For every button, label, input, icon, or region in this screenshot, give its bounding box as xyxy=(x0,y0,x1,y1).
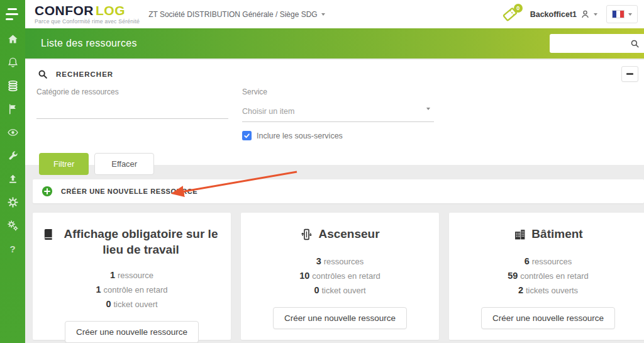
service-label: Service xyxy=(242,87,434,96)
stat-open-tickets: 0ticket ouvert xyxy=(42,299,222,309)
card-title-text: Bâtiment xyxy=(531,227,582,242)
global-search-box xyxy=(550,34,644,53)
stat-late-controls: 1contrôle en retard xyxy=(42,284,222,295)
hamburger-menu-icon[interactable] xyxy=(0,0,25,28)
logo-tagline: Parce que Conformité rime avec Sérénité xyxy=(35,19,140,25)
card-ascenseur: Ascenseur 3ressources 10contrôles en ret… xyxy=(241,213,439,340)
database-icon[interactable] xyxy=(6,79,19,93)
logo-text-log: LOG xyxy=(96,3,125,18)
language-selector[interactable] xyxy=(606,5,638,23)
chevron-down-icon xyxy=(426,108,430,110)
card-title-text: Affichage obligatoire sur le lieu de tra… xyxy=(60,227,222,257)
stat-open-tickets: 0ticket ouvert xyxy=(250,285,430,295)
create-resource-button[interactable]: Créer une nouvelle ressource xyxy=(481,307,615,329)
stat-open-tickets: 2tickets ouverts xyxy=(458,285,638,295)
stat-late-controls: 59contrôles en retard xyxy=(458,271,638,281)
chevron-down-icon xyxy=(594,13,597,16)
include-subservices-checkbox[interactable] xyxy=(242,131,252,140)
search-filter-panel: RECHERCHER Catégorie de ressources Servi… xyxy=(25,60,644,165)
card-batiment: Bâtiment 6ressources 59contrôles en reta… xyxy=(449,213,644,340)
company-selector[interactable]: ZT Société DISTRIBUTION Générale / Siège… xyxy=(148,10,325,19)
create-resource-bar[interactable]: CRÉER UNE NOUVELLE RESSOURCE xyxy=(33,179,644,203)
panel-title: RECHERCHER xyxy=(56,70,113,78)
user-icon xyxy=(580,9,591,20)
clear-button[interactable]: Effacer xyxy=(94,153,154,175)
card-title-text: Ascenseur xyxy=(318,227,379,242)
username-label: Backofficet1 xyxy=(530,10,577,19)
search-icon[interactable] xyxy=(630,39,640,48)
create-resource-label: CRÉER UNE NOUVELLE RESSOURCE xyxy=(61,188,197,195)
bell-icon[interactable] xyxy=(6,55,19,69)
user-menu[interactable]: Backofficet1 xyxy=(530,9,597,20)
resource-category-cards: Affichage obligatoire sur le lieu de tra… xyxy=(33,213,644,340)
minus-icon xyxy=(626,73,633,75)
search-icon xyxy=(38,69,48,79)
upload-icon[interactable] xyxy=(6,172,19,186)
wrench-icon[interactable] xyxy=(6,149,19,162)
create-resource-button[interactable]: Créer une nouvelle ressource xyxy=(65,321,199,343)
app-root: ? CONFORLOG Parce que Conformité rime av… xyxy=(0,0,644,343)
page-bar: Liste des ressources xyxy=(25,28,644,59)
stat-resources: 3ressources xyxy=(250,256,430,266)
building-icon xyxy=(513,228,526,241)
collapse-panel-button[interactable] xyxy=(621,66,638,82)
create-resource-button[interactable]: Créer une nouvelle ressource xyxy=(273,307,407,329)
filter-button[interactable]: Filtrer xyxy=(39,153,89,175)
stat-resources: 1ressource xyxy=(42,270,222,280)
category-input[interactable] xyxy=(36,99,228,119)
help-icon[interactable]: ? xyxy=(6,242,19,256)
ticket-count-badge: 0 xyxy=(514,4,523,13)
service-select[interactable]: Choisir un item xyxy=(242,105,434,122)
sidebar: ? xyxy=(0,0,25,343)
chevron-down-icon xyxy=(321,13,325,16)
gear-icon[interactable] xyxy=(6,195,19,209)
home-icon[interactable] xyxy=(6,32,19,46)
eye-icon[interactable] xyxy=(6,125,19,139)
card-affichage-obligatoire: Affichage obligatoire sur le lieu de tra… xyxy=(33,213,231,340)
elevator-icon xyxy=(300,228,313,241)
global-search-input[interactable] xyxy=(550,39,630,48)
check-icon xyxy=(243,132,250,139)
breadcrumb-label: ZT Société DISTRIBUTION Générale / Siège… xyxy=(148,10,318,19)
logo-text-confor: CONFOR xyxy=(35,3,94,18)
top-header: CONFORLOG Parce que Conformité rime avec… xyxy=(25,0,644,28)
include-subservices-label: Inclure les sous-services xyxy=(257,132,343,140)
plus-circle-icon xyxy=(42,186,53,197)
chevron-down-icon xyxy=(628,13,632,16)
service-select-value: Choisir un item xyxy=(242,107,294,116)
stat-late-controls: 10contrôles en retard xyxy=(250,271,430,281)
category-label: Catégorie de ressources xyxy=(36,87,228,96)
book-icon xyxy=(42,228,55,241)
french-flag-icon xyxy=(612,10,625,18)
tickets-button[interactable]: 0 xyxy=(501,5,520,24)
flag-icon[interactable] xyxy=(6,102,19,116)
stat-resources: 6ressources xyxy=(458,256,638,266)
page-title: Liste des ressources xyxy=(41,38,137,49)
gears-icon[interactable] xyxy=(6,218,19,232)
conforlog-logo: CONFORLOG Parce que Conformité rime avec… xyxy=(35,4,140,25)
